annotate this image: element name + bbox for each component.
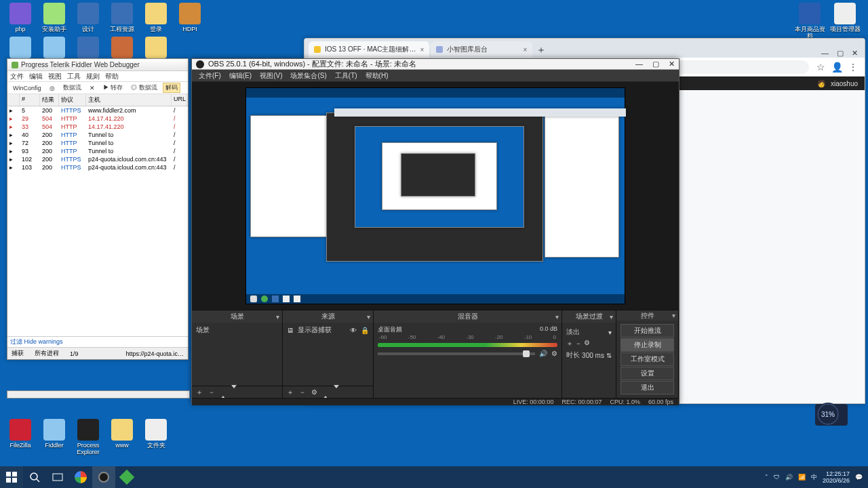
toolbar-btn-decode[interactable]: 解码 — [163, 83, 180, 93]
menu-item[interactable]: 视图(V) — [260, 71, 282, 80]
taskbar-app[interactable] — [115, 466, 138, 488]
toolbar-btn[interactable]: ▶ 转存 — [100, 83, 126, 93]
user-icon[interactable]: 👤 — [832, 62, 842, 72]
obs-titlebar[interactable]: OBS 25.0.1 (64-bit, windows) - 配置文件: 未命名… — [192, 59, 679, 70]
table-row[interactable]: ▸29504HTTP14.17.41.220/ — [7, 115, 188, 123]
stop-recording-button[interactable]: 停止录制 — [620, 338, 674, 352]
maximize-icon[interactable]: ▢ — [652, 60, 659, 68]
search-button[interactable] — [23, 466, 46, 488]
chevron-down-icon[interactable]: ▾ — [610, 313, 613, 321]
studio-mode-button[interactable]: 工作室模式 — [620, 352, 674, 366]
table-row[interactable]: ▸5200HTTPSwww.fiddler2.com/ — [7, 106, 188, 115]
minimize-icon[interactable]: — — [821, 49, 829, 58]
chevron-down-icon[interactable]: ▾ — [367, 313, 370, 321]
fiddler-filter[interactable]: 过滤 Hide warnings — [7, 336, 188, 347]
chevron-down-icon[interactable]: ▾ — [555, 313, 559, 321]
gear-icon[interactable]: ⚙ — [551, 350, 557, 357]
menu-item[interactable]: 工具 — [67, 72, 81, 81]
col-header[interactable]: URL — [172, 94, 188, 106]
tray-icon[interactable]: 🔊 — [785, 474, 793, 481]
toolbar-btn[interactable]: WinConfig — [10, 84, 44, 92]
col-header[interactable]: 协议 — [59, 94, 86, 106]
taskview-button[interactable] — [46, 466, 69, 488]
menu-item[interactable]: 帮助(H) — [366, 71, 389, 80]
tray-chevron-icon[interactable]: ˄ — [765, 474, 768, 481]
col-header[interactable]: # — [20, 94, 40, 106]
close-icon[interactable]: ✕ — [669, 60, 675, 68]
desktop-icon[interactable]: 文件夹 — [140, 419, 172, 449]
toolbar-btn[interactable]: ◎ 数据流 — [128, 83, 160, 93]
desktop-icon[interactable]: 本月商品资料 — [793, 3, 826, 39]
desktop-icon[interactable]: 工程资源 — [106, 3, 138, 33]
menu-item[interactable]: 规则 — [86, 72, 100, 81]
gear-icon[interactable]: ⚙ — [311, 388, 317, 396]
table-row[interactable]: ▸103200HTTPSp24-quota.icloud.com.cn:443/ — [7, 163, 188, 171]
menu-item[interactable]: 场景集合(S) — [290, 71, 326, 80]
table-row[interactable]: ▸40200HTTPTunnel to/ — [7, 131, 188, 139]
down-icon[interactable] — [334, 388, 339, 396]
col-header[interactable]: 主机 — [86, 94, 172, 106]
transition-select[interactable]: 淡出 — [566, 327, 580, 337]
col-header[interactable]: 结果 — [40, 94, 59, 106]
desktop-icon[interactable]: php — [4, 3, 37, 33]
maximize-icon[interactable]: ▢ — [837, 49, 844, 58]
chrome-tab-active[interactable]: IOS 13 OFF · MAC主题细解… × — [309, 41, 429, 58]
table-row[interactable]: ▸33504HTTP14.17.41.220/ — [7, 123, 188, 131]
down-icon[interactable] — [231, 388, 237, 396]
remove-icon[interactable]: － — [299, 388, 306, 397]
status-process[interactable]: 所有进程 — [35, 349, 59, 358]
duration-value[interactable]: 300 ms — [582, 352, 604, 359]
close-icon[interactable]: × — [523, 46, 527, 54]
add-icon[interactable]: ＋ — [287, 388, 294, 397]
user-chip-icon[interactable]: 🧑 — [817, 80, 825, 87]
tray-icon[interactable]: 🛡 — [774, 474, 780, 481]
start-button[interactable] — [0, 466, 23, 488]
stepper-icon[interactable]: ⇅ — [606, 352, 612, 359]
tray-wifi-icon[interactable]: 📶 — [798, 474, 806, 481]
add-icon[interactable]: ＋ — [196, 388, 203, 397]
settings-button[interactable]: 设置 — [620, 367, 674, 380]
menu-item[interactable]: 编辑(E) — [229, 71, 252, 80]
fiddler-session-list[interactable]: ▸5200HTTPSwww.fiddler2.com/▸29504HTTP14.… — [7, 106, 188, 336]
volume-slider[interactable] — [378, 352, 535, 355]
up-icon[interactable] — [220, 388, 226, 396]
desktop-icon[interactable]: 项目管理器 — [829, 3, 861, 33]
menu-item[interactable]: 文件 — [10, 72, 24, 81]
desktop-icon[interactable] — [72, 37, 104, 60]
desktop-icon[interactable] — [38, 37, 71, 60]
minimize-icon[interactable]: — — [635, 60, 643, 68]
desktop-icon[interactable]: Process Explorer — [72, 419, 104, 455]
obs-preview[interactable] — [192, 82, 679, 310]
desktop-icon[interactable]: FileZilla — [4, 419, 37, 449]
menu-item[interactable]: 视图 — [48, 72, 62, 81]
menu-icon[interactable]: ⋮ — [848, 62, 858, 72]
table-row[interactable]: ▸72200HTTPTunnel to/ — [7, 139, 188, 147]
new-tab-button[interactable]: ＋ — [534, 43, 549, 58]
remove-icon[interactable]: － — [208, 388, 215, 397]
close-icon[interactable]: × — [420, 46, 424, 54]
chevron-down-icon[interactable]: ▾ — [608, 329, 612, 336]
chevron-down-icon[interactable]: ▾ — [672, 312, 675, 319]
eye-icon[interactable]: 👁 — [350, 327, 357, 334]
desktop-icon[interactable]: 登录 — [140, 3, 172, 33]
desktop-icon[interactable]: 安装助手 — [38, 3, 71, 33]
notifications-icon[interactable]: 💬 — [855, 474, 863, 481]
chrome-tab[interactable]: 小智图库后台 × — [431, 41, 532, 58]
table-row[interactable]: ▸102200HTTPSp24-quota.icloud.com.cn:443/ — [7, 155, 188, 163]
star-icon[interactable]: ☆ — [816, 62, 825, 72]
taskbar-app-obs[interactable] — [92, 466, 115, 488]
taskbar-clock[interactable]: 12:25:172020/6/26 — [823, 470, 850, 484]
source-item[interactable]: 🖥 显示器捕获 👁 🔒 — [287, 325, 369, 335]
toolbar-btn[interactable]: 数据流 — [60, 83, 84, 93]
menu-item[interactable]: 工具(T) — [335, 71, 357, 80]
fiddler-titlebar[interactable]: Progress Telerik Fiddler Web Debugger — [7, 59, 188, 71]
user-chip[interactable]: xiaoshuo — [831, 80, 858, 87]
lock-icon[interactable]: 🔒 — [361, 327, 369, 334]
desktop-icon[interactable]: www — [106, 419, 138, 449]
desktop-icon[interactable]: 设计 — [72, 3, 104, 33]
desktop-icon[interactable] — [106, 37, 138, 60]
menu-item[interactable]: 文件(F) — [199, 71, 221, 80]
menu-item[interactable]: 编辑 — [29, 72, 43, 81]
menu-item[interactable]: 帮助 — [105, 72, 119, 81]
chevron-down-icon[interactable]: ▾ — [276, 313, 279, 321]
